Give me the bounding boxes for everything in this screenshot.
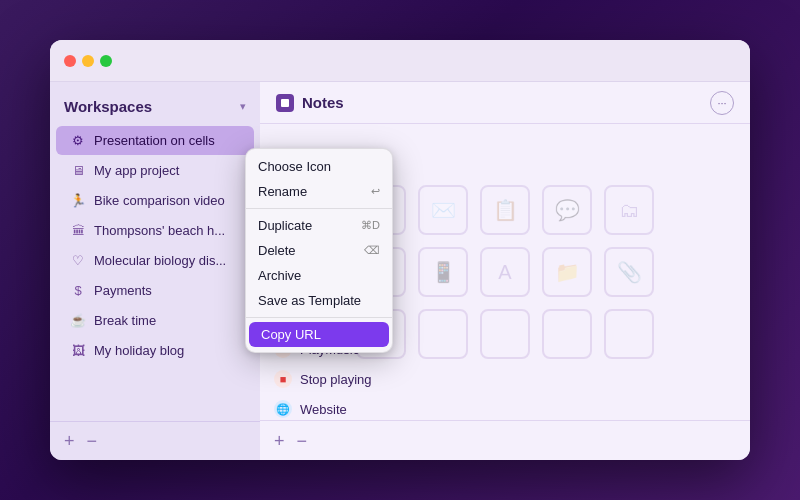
rename-label: Rename <box>258 184 307 199</box>
deco-cell-10: 📎 <box>604 247 654 297</box>
rename-shortcut: ↩ <box>371 185 380 198</box>
notes-icon <box>276 94 294 112</box>
duplicate-label: Duplicate <box>258 218 312 233</box>
sidebar-item-label: Break time <box>94 313 156 328</box>
context-menu-item-save-as-template[interactable]: Save as Template <box>246 288 392 313</box>
remove-workspace-button[interactable]: − <box>87 432 98 450</box>
panel-header: Notes ··· <box>260 82 750 124</box>
workspace-icon: ☕ <box>70 313 86 328</box>
sidebar-item-thompsons-beach[interactable]: 🏛 Thompsons' beach h... <box>56 216 254 245</box>
save-as-template-label: Save as Template <box>258 293 361 308</box>
archive-label: Archive <box>258 268 301 283</box>
workspace-icon: 🏛 <box>70 223 86 238</box>
delete-label: Delete <box>258 243 296 258</box>
sidebar-item-label: Molecular biology dis... <box>94 253 226 268</box>
context-menu-item-rename[interactable]: Rename ↩ <box>246 179 392 204</box>
sidebar-item-label: Payments <box>94 283 152 298</box>
context-menu-item-choose-icon[interactable]: Choose Icon <box>246 154 392 179</box>
sidebar: Workspaces ▾ ⚙ Presentation on cells 🖥 M… <box>50 82 260 460</box>
main-window: Workspaces ▾ ⚙ Presentation on cells 🖥 M… <box>50 40 750 460</box>
sidebar-item-label: My app project <box>94 163 179 178</box>
deco-cell-7: 📱 <box>418 247 468 297</box>
sidebar-item-molecular-biology[interactable]: ♡ Molecular biology dis... <box>56 246 254 275</box>
sidebar-item-label: My holiday blog <box>94 343 184 358</box>
sidebar-item-my-app-project[interactable]: 🖥 My app project <box>56 156 254 185</box>
sidebar-item-bike-comparison-video[interactable]: 🏃 Bike comparison video <box>56 186 254 215</box>
choose-icon-label: Choose Icon <box>258 159 331 174</box>
context-menu-divider-2 <box>246 317 392 318</box>
remove-item-button[interactable]: − <box>297 432 308 450</box>
close-button[interactable] <box>64 55 76 67</box>
sidebar-item-label: Presentation on cells <box>94 133 215 148</box>
deco-cell-12 <box>418 309 468 359</box>
duplicate-shortcut: ⌘D <box>361 219 380 232</box>
stop-playing-label: Stop playing <box>300 372 372 387</box>
sidebar-header: Workspaces ▾ <box>50 92 260 125</box>
minimize-button[interactable] <box>82 55 94 67</box>
context-menu-item-duplicate[interactable]: Duplicate ⌘D <box>246 213 392 238</box>
panel-title-area: Notes <box>276 94 344 112</box>
workspace-icon: ♡ <box>70 253 86 268</box>
deco-cell-4: 💬 <box>542 185 592 235</box>
context-menu-divider-1 <box>246 208 392 209</box>
sidebar-item-label: Thompsons' beach h... <box>94 223 225 238</box>
website-icon: 🌐 <box>274 400 292 418</box>
main-content: Workspaces ▾ ⚙ Presentation on cells 🖥 M… <box>50 82 750 460</box>
workspace-icon: 🖼 <box>70 343 86 358</box>
deco-cell-2: ✉️ <box>418 185 468 235</box>
workspace-icon: ⚙ <box>70 133 86 148</box>
sidebar-title: Workspaces <box>64 98 152 115</box>
deco-cell-15 <box>604 309 654 359</box>
context-menu: Choose Icon Rename ↩ Duplicate ⌘D Delete… <box>245 148 393 353</box>
copy-url-label: Copy URL <box>261 327 321 342</box>
sidebar-items-list: ⚙ Presentation on cells 🖥 My app project… <box>50 125 260 421</box>
notes-icon-inner <box>281 99 289 107</box>
sidebar-item-presentation-on-cells[interactable]: ⚙ Presentation on cells <box>56 126 254 155</box>
sidebar-item-break-time[interactable]: ☕ Break time <box>56 306 254 335</box>
titlebar <box>50 40 750 82</box>
more-options-button[interactable]: ··· <box>710 91 734 115</box>
context-menu-item-archive[interactable]: Archive <box>246 263 392 288</box>
add-workspace-button[interactable]: + <box>64 432 75 450</box>
workspace-icon: $ <box>70 283 86 298</box>
app-list-item-website[interactable]: 🌐 Website <box>260 395 386 423</box>
delete-shortcut: ⌫ <box>364 244 380 257</box>
sidebar-footer: + − <box>50 421 260 460</box>
chevron-down-icon: ▾ <box>240 100 246 113</box>
app-list-item-stop-playing[interactable]: ■ Stop playing <box>260 365 386 393</box>
stop-playing-icon: ■ <box>274 370 292 388</box>
workspace-icon: 🏃 <box>70 193 86 208</box>
deco-cell-8: A <box>480 247 530 297</box>
sidebar-item-payments[interactable]: $ Payments <box>56 276 254 305</box>
deco-cell-9: 📁 <box>542 247 592 297</box>
deco-cell-3: 📋 <box>480 185 530 235</box>
traffic-lights <box>64 55 112 67</box>
website-label: Website <box>300 402 347 417</box>
deco-cell-5: 🗂 <box>604 185 654 235</box>
maximize-button[interactable] <box>100 55 112 67</box>
deco-cell-13 <box>480 309 530 359</box>
context-menu-item-delete[interactable]: Delete ⌫ <box>246 238 392 263</box>
workspace-icon: 🖥 <box>70 163 86 178</box>
sidebar-item-my-holiday-blog[interactable]: 🖼 My holiday blog <box>56 336 254 365</box>
panel-title: Notes <box>302 94 344 111</box>
add-item-button[interactable]: + <box>274 432 285 450</box>
icon-grid: ✏️ ✉️ 📋 💬 🗂 🖼 📱 A 📁 📎 <box>356 185 654 359</box>
deco-cell-14 <box>542 309 592 359</box>
context-menu-item-copy-url[interactable]: Copy URL <box>249 322 389 347</box>
panel-footer: + − <box>260 420 750 460</box>
sidebar-item-label: Bike comparison video <box>94 193 225 208</box>
